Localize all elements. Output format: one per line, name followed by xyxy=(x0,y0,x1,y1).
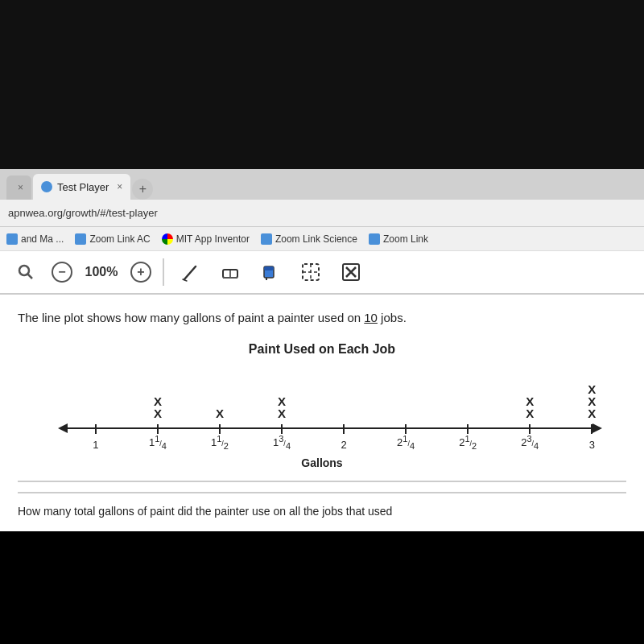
tab-bar: × Test Player × + xyxy=(0,169,644,200)
bookmark-label: and Ma ... xyxy=(21,233,64,245)
bookmarks-bar: and Ma ... Zoom Link AC MIT App Inventor… xyxy=(0,227,644,251)
arrow-right xyxy=(592,423,602,433)
svg-point-0 xyxy=(19,266,29,275)
eraser-tool-button[interactable] xyxy=(216,258,245,287)
xmark-x6: X xyxy=(526,407,534,419)
tick-label-t3: 3 xyxy=(589,439,595,451)
svg-line-2 xyxy=(184,266,196,279)
xmark-x10: X xyxy=(588,407,596,419)
tick-label-t214: 21/4 xyxy=(397,435,415,451)
svg-rect-10 xyxy=(264,266,274,270)
bookmark-person-icon-2 xyxy=(75,233,86,245)
tick-label-t134: 13/4 xyxy=(273,435,291,451)
tick-t234 xyxy=(529,424,530,434)
zoom-value: 100% xyxy=(84,265,119,279)
tab-close-inactive[interactable]: × xyxy=(18,182,23,193)
tab-close-active[interactable]: × xyxy=(117,181,122,192)
content-divider xyxy=(18,481,626,482)
address-bar[interactable]: apnwea.org/growth/#/test-player xyxy=(0,200,644,227)
number-line xyxy=(66,427,594,429)
question-text: The line plot shows how many gallons of … xyxy=(18,309,626,328)
chart-title: Paint Used on Each Job xyxy=(18,342,626,357)
gallons-label: Gallons xyxy=(18,456,626,469)
tick-label-t2: 2 xyxy=(341,439,346,451)
xmark-x7: X xyxy=(526,395,534,407)
bookmark-person-icon xyxy=(6,233,18,245)
tick-t212 xyxy=(467,424,469,434)
bookmark-label-5: Zoom Link xyxy=(383,233,428,245)
line-plot-area: 111/411/213/4221/421/223/43 XXXXXXXXXX xyxy=(34,371,610,452)
tick-label-t114: 11/4 xyxy=(149,435,167,451)
bookmark-colorful-icon xyxy=(162,233,173,245)
address-text: apnwea.org/growth/#/test-player xyxy=(8,207,158,219)
pen-tool-button[interactable] xyxy=(175,258,204,287)
svg-line-3 xyxy=(183,279,187,281)
bookmark-mit[interactable]: MIT App Inventor xyxy=(162,233,250,245)
select-tool-button[interactable] xyxy=(296,258,325,287)
bottom-question: How many total gallons of paint did the … xyxy=(18,492,626,520)
tab-active-test-player[interactable]: Test Player × xyxy=(33,174,130,200)
tick-t114 xyxy=(157,424,159,434)
bookmark-zoom-ac[interactable]: Zoom Link AC xyxy=(75,233,150,245)
xmark-x5: X xyxy=(278,407,286,419)
svg-line-1 xyxy=(28,275,33,279)
zoom-minus-button[interactable]: − xyxy=(52,262,72,283)
zoom-plus-button[interactable]: + xyxy=(130,262,151,283)
tick-t214 xyxy=(405,424,407,434)
tick-t134 xyxy=(281,424,283,434)
toolbar: − 100% + xyxy=(0,251,644,295)
highlighter-tool-button[interactable] xyxy=(256,258,285,287)
arrow-left xyxy=(58,423,68,433)
bookmark-label-4: Zoom Link Science xyxy=(275,233,357,245)
tick-label-t234: 23/4 xyxy=(521,435,539,451)
tab-title: Test Player xyxy=(57,181,109,193)
bookmark-label-2: Zoom Link AC xyxy=(89,233,150,245)
xmark-x9: X xyxy=(588,395,596,407)
bookmark-person-icon-3 xyxy=(261,233,272,245)
tick-t3 xyxy=(591,424,592,434)
new-tab-button[interactable]: + xyxy=(132,179,153,200)
bookmark-zoom-sci[interactable]: Zoom Link Science xyxy=(261,233,357,245)
xmark-x2: X xyxy=(154,407,162,419)
black-top-area xyxy=(0,0,644,169)
tick-label-t112: 11/2 xyxy=(211,435,229,451)
search-icon[interactable] xyxy=(11,258,40,287)
tab-inactive[interactable]: × xyxy=(6,175,31,200)
bookmark-label-3: MIT App Inventor xyxy=(176,233,250,245)
bookmark-zoom-link[interactable]: Zoom Link xyxy=(369,233,428,245)
bookmark-person-icon-4 xyxy=(369,233,380,245)
tick-label-t1: 1 xyxy=(93,439,98,451)
content-area: The line plot shows how many gallons of … xyxy=(0,295,644,531)
tick-t112 xyxy=(219,424,221,434)
xmark-x1: X xyxy=(154,395,162,407)
tab-favicon xyxy=(41,181,52,192)
tick-t2 xyxy=(343,424,345,434)
toolbar-divider xyxy=(163,258,164,286)
tick-label-t212: 21/2 xyxy=(459,435,477,451)
xmark-x8: X xyxy=(588,383,596,395)
bookmark-and-ma[interactable]: and Ma ... xyxy=(6,233,64,245)
line-plot-container: 111/411/213/4221/421/223/43 XXXXXXXXXX xyxy=(18,371,626,452)
browser-chrome: × Test Player × + apnwea.org/growth/#/te… xyxy=(0,169,644,295)
close-tool-button[interactable] xyxy=(336,258,365,287)
xmark-x4: X xyxy=(278,395,286,407)
tick-t1 xyxy=(95,424,97,434)
xmark-x3: X xyxy=(216,407,224,419)
